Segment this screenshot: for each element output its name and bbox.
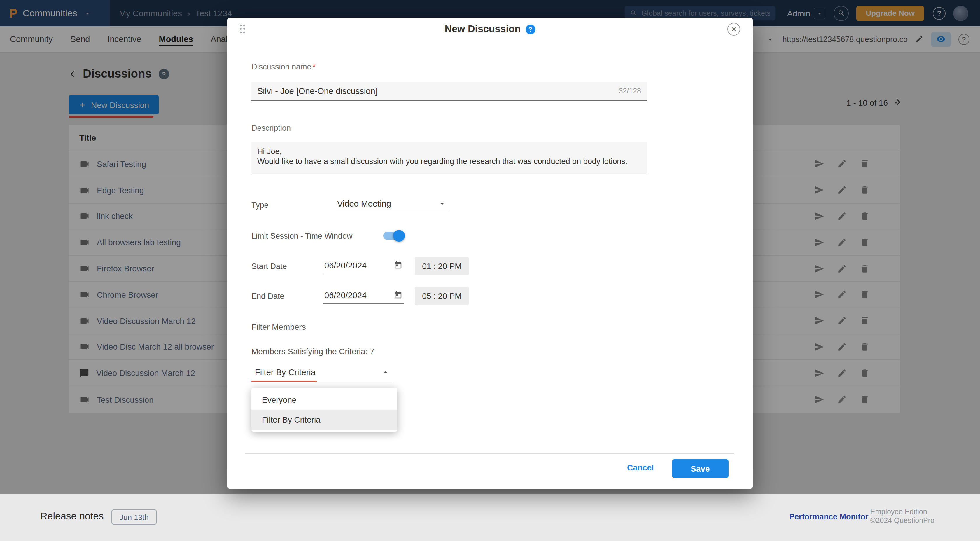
limit-session-toggle[interactable] <box>383 232 403 240</box>
discussion-name-field: 32/128 <box>251 82 647 101</box>
description-textarea[interactable]: Hi Joe, Would like to have a small discu… <box>251 142 647 174</box>
help-icon[interactable]: ? <box>525 24 535 34</box>
modal-footer-divider <box>245 453 734 454</box>
dropdown-option-everyone[interactable]: Everyone <box>251 390 397 410</box>
required-asterisk: * <box>313 62 316 71</box>
release-notes-label: Release notes <box>40 511 103 522</box>
end-date-label: End Date <box>251 292 285 300</box>
edition-info: Employee Edition ©2024 QuestionPro <box>870 508 934 525</box>
save-button[interactable]: Save <box>672 459 729 478</box>
dropdown-option-filter-by-criteria[interactable]: Filter By Criteria <box>251 410 397 429</box>
end-date-input[interactable]: 06/20/2024 <box>323 287 404 304</box>
start-time-input[interactable]: 01 : 20 PM <box>415 257 469 276</box>
char-counter: 32/128 <box>619 87 647 95</box>
close-icon[interactable]: × <box>727 23 740 36</box>
edition-label: Employee Edition <box>870 508 934 517</box>
filter-criteria-dropdown: Everyone Filter By Criteria <box>251 388 397 432</box>
discussion-name-label: Discussion name* <box>251 62 316 71</box>
cancel-button[interactable]: Cancel <box>619 463 662 472</box>
filter-members-label: Filter Members <box>251 322 306 332</box>
limit-session-label: Limit Session - Time Window <box>251 232 353 241</box>
copyright-label: ©2024 QuestionPro <box>870 517 934 525</box>
start-date-input[interactable]: 06/20/2024 <box>323 257 404 274</box>
type-label: Type <box>251 201 269 209</box>
performance-monitor-link[interactable]: Performance Monitor <box>789 512 869 521</box>
app-root: P Communities My Communities › Test 1234… <box>0 0 980 541</box>
start-date-label: Start Date <box>251 262 287 271</box>
type-select[interactable]: Video Meeting <box>336 196 449 212</box>
calendar-icon <box>394 261 402 270</box>
filter-select-value: Filter By Criteria <box>255 368 316 377</box>
chevron-down-icon <box>438 199 447 208</box>
chevron-up-icon <box>381 368 390 377</box>
page-footer: Release notes Jun 13th Performance Monit… <box>0 494 980 541</box>
calendar-icon <box>394 290 402 299</box>
description-label: Description <box>251 124 291 132</box>
discussion-name-input[interactable] <box>251 86 619 96</box>
release-date-button[interactable]: Jun 13th <box>111 509 157 525</box>
guide-highlight-underline <box>251 380 317 382</box>
type-select-value: Video Meeting <box>337 199 391 208</box>
modal-title: New Discussion <box>445 23 521 35</box>
new-discussion-modal: New Discussion ? × Discussion name* 32/1… <box>227 18 753 489</box>
end-time-input[interactable]: 05 : 20 PM <box>415 287 469 305</box>
toggle-knob <box>393 230 405 242</box>
filter-criteria-select[interactable]: Filter By Criteria <box>251 364 394 381</box>
modal-header: New Discussion ? × <box>227 18 753 41</box>
criteria-summary: Members Satisfying the Criteria: 7 <box>251 347 374 356</box>
